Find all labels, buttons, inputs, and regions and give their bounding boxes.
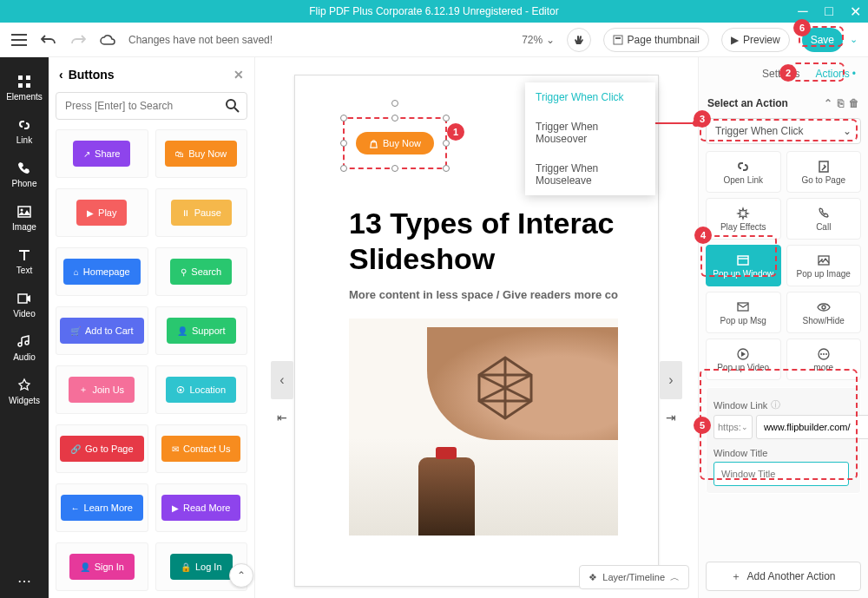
- window-link-label: Window Link: [713, 400, 767, 411]
- add-action-button[interactable]: ＋ Add Another Action: [706, 562, 861, 591]
- window-link-form: Window Link ⓘ https:⌄ Window Title: [706, 387, 861, 494]
- button-sample[interactable]: ⚲Search: [155, 247, 248, 296]
- svg-point-9: [227, 100, 235, 108]
- window-title-label: Window Title: [713, 448, 767, 458]
- zoom-level[interactable]: 72% ⌄: [522, 34, 554, 46]
- svg-rect-11: [738, 256, 748, 265]
- action-play-effects[interactable]: Play Effects: [706, 198, 781, 240]
- slide-image: [349, 319, 618, 536]
- layer-timeline-button[interactable]: ❖ Layer/Timeline ︿: [579, 565, 689, 589]
- buy-now-button[interactable]: Buy Now: [356, 132, 434, 154]
- button-samples-grid: ↗Share🛍Buy Now▶Play⏸Pause⌂Homepage⚲Searc…: [49, 127, 254, 598]
- main-toolbar: Changes have not been saved! 72% ⌄ Page …: [0, 23, 868, 57]
- undo-icon[interactable]: [40, 31, 57, 49]
- save-status: Changes have not been saved!: [128, 34, 273, 46]
- search-icon[interactable]: [225, 98, 240, 117]
- buttons-panel: ‹ Buttons ✕ ↗Share🛍Buy Now▶Play⏸Pause⌂Ho…: [49, 57, 255, 598]
- callout-6: 6: [793, 19, 811, 36]
- window-title-input[interactable]: [713, 462, 849, 486]
- action-more[interactable]: more: [786, 338, 862, 380]
- plus-icon: ＋: [731, 569, 741, 584]
- sidebar-item-phone[interactable]: Phone: [0, 153, 49, 196]
- button-sample[interactable]: ⏸Pause: [155, 188, 248, 237]
- sidebar-item-elements[interactable]: Elements: [0, 66, 49, 109]
- layers-icon: ❖: [589, 572, 597, 583]
- search-input[interactable]: [56, 92, 247, 120]
- button-sample[interactable]: ▶Read More: [155, 483, 248, 532]
- button-sample[interactable]: 👤Sign In: [56, 542, 148, 591]
- svg-rect-8: [18, 294, 27, 303]
- button-sample[interactable]: ✉Contact Us: [155, 424, 248, 473]
- trigger-option[interactable]: Trigger When Click: [525, 82, 655, 112]
- action-go-to-page[interactable]: Go to Page: [786, 151, 862, 193]
- trigger-dropdown[interactable]: Trigger When ClickTrigger When Mouseover…: [525, 82, 655, 195]
- bag-icon: [369, 139, 378, 148]
- action-open-link[interactable]: Open Link: [706, 151, 781, 193]
- play-icon: ▶: [731, 34, 739, 46]
- left-sidebar: ElementsLinkPhoneImageTextVideoAudioWidg…: [0, 57, 49, 598]
- button-sample[interactable]: ←Learn More: [56, 483, 148, 532]
- next-page-button[interactable]: ›: [660, 361, 682, 399]
- button-sample[interactable]: ⦿Location: [155, 365, 248, 414]
- action-pop-up-image[interactable]: Pop up Image: [786, 245, 862, 286]
- button-sample[interactable]: 👤Support: [155, 306, 248, 355]
- menu-icon[interactable]: [10, 31, 28, 49]
- svg-rect-3: [26, 76, 30, 80]
- sidebar-item-video[interactable]: Video: [0, 283, 49, 326]
- tab-actions[interactable]: Actions: [815, 68, 856, 80]
- button-sample[interactable]: ↗Share: [56, 129, 148, 178]
- first-page-button[interactable]: ⇤: [271, 404, 293, 430]
- sidebar-item-audio[interactable]: Audio: [0, 326, 49, 370]
- url-input[interactable]: [756, 415, 868, 439]
- panel-title: Buttons: [69, 68, 115, 82]
- redo-icon[interactable]: [69, 31, 87, 49]
- trigger-select[interactable]: Trigger When Click ⌄: [706, 118, 861, 144]
- sidebar-item-link[interactable]: Link: [0, 109, 49, 153]
- action-pop-up-window[interactable]: Pop up Window: [706, 245, 781, 286]
- button-sample[interactable]: ⌂Homepage: [56, 247, 148, 296]
- hand-tool-icon[interactable]: [567, 28, 591, 52]
- button-sample[interactable]: 🛍Buy Now: [155, 129, 248, 178]
- svg-rect-5: [26, 83, 30, 88]
- action-pop-up-msg[interactable]: Pop up Msg: [706, 292, 781, 333]
- callout-2: 2: [779, 64, 797, 82]
- button-sample[interactable]: ▶Play: [56, 188, 148, 237]
- callout-3: 3: [694, 110, 711, 128]
- prev-page-button[interactable]: ‹: [271, 361, 293, 399]
- maximize-button[interactable]: □: [816, 0, 842, 23]
- sidebar-more-icon[interactable]: ⋯: [0, 573, 49, 589]
- protocol-select[interactable]: https:⌄: [713, 415, 753, 439]
- info-icon[interactable]: ⓘ: [771, 398, 780, 411]
- scroll-top-button[interactable]: ⌃: [229, 563, 253, 588]
- button-sample[interactable]: 🛒Add to Cart: [56, 306, 148, 355]
- selected-element-frame[interactable]: Buy Now: [343, 117, 447, 169]
- svg-point-18: [820, 353, 822, 355]
- trigger-option[interactable]: Trigger When Mouseleave: [525, 154, 655, 195]
- slide-title: 13 Types of Interac Slideshow: [349, 206, 615, 277]
- callout-1: 1: [447, 123, 464, 141]
- action-show/hide[interactable]: Show/Hide: [786, 292, 862, 333]
- delete-icon[interactable]: 🗑: [849, 97, 859, 109]
- slide-subtitle: More content in less space / Give reader…: [349, 288, 618, 301]
- thumbnail-icon: [613, 35, 623, 45]
- action-pop-up-video[interactable]: Pop up Video: [706, 338, 781, 380]
- close-icon[interactable]: ✕: [233, 68, 244, 82]
- cloud-icon[interactable]: [99, 31, 116, 49]
- back-icon[interactable]: ‹: [59, 68, 63, 82]
- last-page-button[interactable]: ⇥: [660, 404, 682, 430]
- preview-button[interactable]: ▶ Preview: [721, 28, 790, 52]
- button-sample[interactable]: ＋Join Us: [56, 365, 148, 414]
- sidebar-item-image[interactable]: Image: [0, 196, 49, 240]
- close-button[interactable]: ✕: [842, 0, 868, 23]
- chevron-up-icon: ︿: [670, 571, 680, 584]
- trigger-option[interactable]: Trigger When Mouseover: [525, 112, 655, 154]
- action-call[interactable]: Call: [786, 198, 862, 240]
- copy-icon[interactable]: ⎘: [838, 97, 844, 109]
- save-dropdown-icon[interactable]: ⌄: [850, 34, 858, 45]
- collapse-icon[interactable]: ⌃: [824, 97, 832, 109]
- sidebar-item-widgets[interactable]: Widgets: [0, 370, 49, 413]
- sidebar-item-text[interactable]: Text: [0, 240, 49, 283]
- page-thumbnail-button[interactable]: Page thumbnail: [603, 28, 709, 52]
- button-sample[interactable]: 🔗Go to Page: [56, 424, 148, 473]
- chevron-down-icon: ⌄: [843, 125, 852, 137]
